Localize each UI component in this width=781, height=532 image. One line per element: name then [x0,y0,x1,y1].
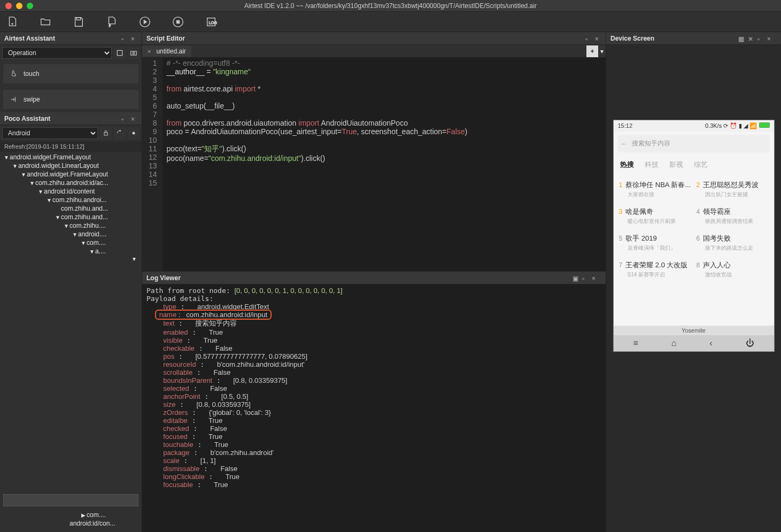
tree-item[interactable]: com.zhihu.... [69,222,106,229]
close-panel-icon[interactable]: × [131,115,137,122]
poco-assistant-header: Poco Assistant ▫× [0,112,142,125]
hot-row: 5歌手 2019吴青峰演绎「我们」 6国考失败接下来的路该怎么走 [619,229,769,256]
back-icon[interactable]: ← [621,140,628,148]
device-mirror[interactable]: 15:12 0.3K/s ⟳ ⏰ ▮ ◢ 📶 ← 搜索知乎内容 热搜 科技 影视… [606,45,781,532]
swipe-button[interactable]: swipe [3,90,138,109]
hot-item[interactable]: 4领导霸座铁路局通报调查结果 [697,207,769,225]
touch-icon [10,70,18,78]
tree-item[interactable]: android.widget.FrameLayout [27,171,108,178]
grid-icon[interactable]: ▦ [738,35,745,42]
airtest-assistant-header: Airtest Assistant ▫ × [0,32,142,45]
run-icon[interactable] [139,16,151,28]
camera-icon[interactable] [128,47,140,59]
tree-item[interactable]: com.... [87,239,106,246]
filter-icon[interactable]: ▣ [573,275,579,281]
tree-item[interactable]: android:id/content [44,188,95,195]
new-tab-button[interactable]: + [586,45,598,57]
hot-item[interactable]: 5歌手 2019吴青峰演绎「我们」 [619,234,691,252]
power-icon[interactable]: ⏻ [746,338,754,348]
phone-clock: 15:12 [618,122,633,129]
phone-tab[interactable]: 影视 [669,160,683,169]
phone-tabs: 热搜 科技 影视 综艺 [614,156,774,174]
line-gutter: 123456789101112131415 [142,58,163,271]
panel-title: Poco Assistant [4,115,121,122]
code-editor[interactable]: 123456789101112131415 # -*- encoding=utf… [142,58,606,272]
phone-tab[interactable]: 科技 [645,160,659,169]
phone-status-bar: 15:12 0.3K/s ⟳ ⏰ ▮ ◢ 📶 [614,120,774,132]
refresh-timestamp: Refresh:[2019-01-19 15:11:12] [0,141,142,152]
panel-title: Device Screen [610,35,738,42]
svg-rect-7 [131,51,137,55]
lock-icon[interactable] [100,127,112,139]
close-tab-icon[interactable]: × [148,48,151,55]
open-folder-icon[interactable] [40,16,51,28]
hot-item[interactable]: 6国考失败接下来的路该怎么走 [697,234,769,252]
hot-item[interactable]: 7王者荣耀 2.0 大改版S14 新赛季开启 [619,260,691,279]
undock-icon[interactable]: ▫ [757,35,764,42]
log-output[interactable]: Path from root node: [0, 0, 0, 0, 0, 0, … [142,284,606,532]
panel-title: Script Editor [146,35,585,42]
tools-icon[interactable]: ✕ [748,35,754,42]
stop-icon[interactable] [172,16,184,28]
phone-tab[interactable]: 综艺 [694,160,708,169]
search-placeholder: 搜索知乎内容 [632,139,670,148]
tree-item[interactable]: com.zhihu.and... [61,205,108,212]
close-panel-icon[interactable]: × [595,35,601,42]
touch-button[interactable]: touch [3,64,138,83]
hot-item[interactable]: 1蔡徐坤任 NBA 新春...大家都在搜 [619,180,691,198]
svg-rect-6 [117,50,122,55]
hot-row: 3啥是佩奇暖心电影宣传片刷屏 4领导霸座铁路局通报调查结果 [619,203,769,229]
report-icon[interactable]: LOG [205,16,217,28]
editor-tab[interactable]: ×untitled.air [142,46,191,57]
tree-item[interactable]: com.zhihu.android:id/ac... [35,179,109,187]
back-nav-icon[interactable]: ‹ [709,338,712,348]
tree-item[interactable]: android.... [78,230,106,238]
device-screen-header: Device Screen ▦ ✕ ▫ × [606,32,781,45]
svg-text:LOG: LOG [208,20,217,25]
home-icon[interactable]: ⌂ [671,338,677,348]
tree-item[interactable]: com.zhihu.and... [61,213,108,221]
tree-item[interactable]: a.... [95,248,106,255]
hot-item[interactable]: 3啥是佩奇暖心电影宣传片刷屏 [619,207,691,225]
hot-item[interactable]: 2王思聪怒怼吴秀波因出轨门女主被捕 [697,180,769,198]
tree-item[interactable]: com.... [87,511,106,519]
phone-search-bar[interactable]: ← 搜索知乎内容 [618,135,770,152]
window-title-bar: Airtest IDE v1.2.0 ~~ /var/folders/ky/31… [0,0,781,12]
touch-label: touch [24,70,39,78]
svg-point-10 [133,132,135,135]
close-panel-icon[interactable]: × [767,35,774,42]
hot-item[interactable]: 8声入人心激情收官战 [697,260,769,279]
operation-dropdown[interactable]: Operation [2,47,112,59]
svg-rect-9 [104,133,107,135]
capture-icon[interactable] [114,47,126,59]
tab-menu-icon[interactable]: ▾ [598,45,606,57]
tree-search-input[interactable] [3,494,138,506]
panel-title: Log Viewer [146,274,573,282]
close-panel-icon[interactable]: × [592,275,598,281]
svg-rect-0 [76,17,80,20]
undock-icon[interactable]: ▫ [121,35,128,42]
record-icon[interactable] [128,127,140,139]
log-viewer-header: Log Viewer ▣ ▫ × [142,272,606,284]
ui-hierarchy-tree[interactable]: ▼android.widget.FrameLayout ▼android.wid… [0,152,142,491]
svg-point-8 [133,52,135,55]
save-as-icon[interactable] [106,16,118,28]
tree-item[interactable]: android.widget.FrameLayout [10,153,91,161]
svg-rect-3 [176,20,180,24]
new-file-icon[interactable] [6,16,18,28]
hot-row: 7王者荣耀 2.0 大改版S14 新赛季开启 8声入人心激情收官战 [619,256,769,283]
menu-icon[interactable]: ≡ [633,338,638,348]
undock-icon[interactable]: ▫ [585,35,592,42]
undock-icon[interactable]: ▫ [121,115,128,122]
poco-driver-dropdown[interactable]: Android [2,127,98,139]
tree-item[interactable]: android:id/con... [69,520,115,527]
panel-title: Airtest Assistant [4,35,121,42]
tree-item[interactable]: android.widget.LinearLayout [18,162,99,169]
close-panel-icon[interactable]: × [131,35,137,42]
refresh-icon[interactable] [114,127,126,139]
save-icon[interactable] [73,16,84,28]
undock-icon[interactable]: ▫ [582,275,589,281]
phone-tab[interactable]: 热搜 [620,160,634,169]
tree-item[interactable]: com.zhihu.androi... [52,196,106,204]
tab-label: untitled.air [156,48,185,55]
